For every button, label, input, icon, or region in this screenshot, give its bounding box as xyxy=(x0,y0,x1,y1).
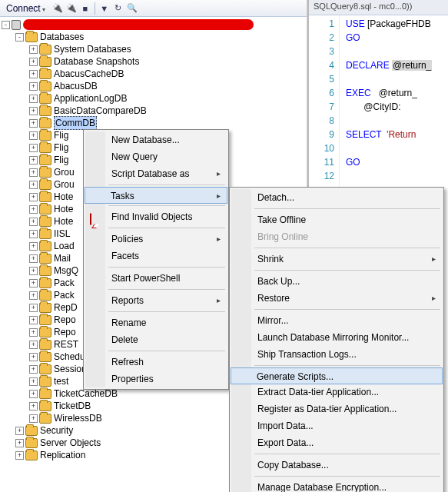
expand-collapse-icon[interactable]: + xyxy=(29,218,38,226)
database-item[interactable]: test xyxy=(54,375,68,387)
expand-collapse-icon[interactable]: + xyxy=(29,279,38,288)
expand-collapse-icon[interactable]: + xyxy=(29,230,38,238)
tree-node[interactable]: +System Databases xyxy=(2,43,307,55)
filter-icon[interactable]: ▼ xyxy=(98,2,111,15)
tree-node[interactable]: - xyxy=(2,18,307,31)
expand-collapse-icon[interactable]: + xyxy=(15,451,24,460)
expand-collapse-icon[interactable]: + xyxy=(29,82,38,91)
database-item[interactable]: Mail xyxy=(54,252,71,264)
menu-item[interactable]: Facets xyxy=(85,248,227,264)
database-item[interactable]: Grou xyxy=(54,166,75,178)
tree-node[interactable]: +BasicDataCompareDB xyxy=(2,105,307,117)
menu-item[interactable]: Detach... xyxy=(231,189,442,206)
expand-collapse-icon[interactable]: + xyxy=(29,353,38,361)
menu-item[interactable]: Script Database as xyxy=(85,165,227,182)
stop-icon[interactable]: ■ xyxy=(79,2,91,15)
tree-node[interactable]: +CommDB xyxy=(2,117,307,129)
database-item[interactable]: Session xyxy=(54,363,87,375)
expand-collapse-icon[interactable]: + xyxy=(29,58,38,66)
database-item[interactable]: BasicDataCompareDB xyxy=(54,105,147,117)
expand-collapse-icon[interactable]: + xyxy=(29,45,38,54)
expand-collapse-icon[interactable]: + xyxy=(29,107,38,115)
database-item[interactable]: Load xyxy=(54,240,75,252)
expand-collapse-icon[interactable]: + xyxy=(29,365,38,374)
menu-item[interactable]: Register as Data-tier Application... xyxy=(231,401,442,417)
database-item[interactable]: Hote xyxy=(54,203,73,215)
tree-node[interactable]: +ApplicationLogDB xyxy=(2,92,307,105)
menu-item[interactable]: Extract Data-tier Application... xyxy=(231,384,442,401)
expand-collapse-icon[interactable]: + xyxy=(29,119,38,128)
search-icon[interactable]: 🔍 xyxy=(126,2,138,15)
expand-collapse-icon[interactable]: - xyxy=(2,21,10,29)
database-item[interactable]: Hote xyxy=(54,191,73,203)
refresh-icon[interactable]: ↻ xyxy=(112,2,124,15)
expand-collapse-icon[interactable]: + xyxy=(29,402,38,411)
database-item[interactable]: WirelessDB xyxy=(54,412,102,424)
database-item[interactable]: Hote xyxy=(54,215,73,228)
expand-collapse-icon[interactable]: + xyxy=(29,242,38,251)
expand-collapse-icon[interactable]: + xyxy=(29,291,38,300)
expand-collapse-icon[interactable]: + xyxy=(29,328,38,337)
menu-item[interactable]: Find Invalid Objects xyxy=(85,208,227,225)
expand-collapse-icon[interactable]: + xyxy=(29,156,38,165)
database-item[interactable]: Pack xyxy=(54,289,75,301)
menu-item[interactable]: Launch Database Mirroring Monitor... xyxy=(231,329,442,346)
connect-icon[interactable]: 🔌 xyxy=(51,2,64,15)
menu-item[interactable]: Properties xyxy=(85,371,227,387)
database-item[interactable]: Flig xyxy=(54,154,68,166)
expand-collapse-icon[interactable]: + xyxy=(29,95,38,103)
expand-collapse-icon[interactable]: + xyxy=(29,131,38,140)
disconnect-icon[interactable]: 🔌 xyxy=(65,2,78,15)
expand-collapse-icon[interactable]: + xyxy=(29,316,38,324)
menu-item[interactable]: New Database... xyxy=(85,131,227,148)
expand-collapse-icon[interactable]: + xyxy=(29,70,38,78)
database-item[interactable]: CommDB xyxy=(54,116,97,130)
expand-collapse-icon[interactable]: + xyxy=(29,341,38,349)
database-item[interactable]: IISL xyxy=(54,228,70,240)
expand-collapse-icon[interactable]: + xyxy=(29,144,38,152)
menu-item[interactable]: Reports xyxy=(85,292,227,309)
expand-collapse-icon[interactable]: + xyxy=(29,193,38,201)
tree-node[interactable]: -Databases xyxy=(2,31,307,43)
expand-collapse-icon[interactable]: + xyxy=(29,267,38,275)
menu-item[interactable]: Take Offline xyxy=(231,211,442,228)
context-menu-database[interactable]: New Database...New QueryScript Database … xyxy=(83,129,229,390)
menu-item[interactable]: Delete xyxy=(85,331,227,348)
expand-collapse-icon[interactable]: + xyxy=(29,168,38,177)
database-item[interactable]: Flig xyxy=(54,141,68,154)
expand-collapse-icon[interactable]: + xyxy=(29,414,38,423)
expand-collapse-icon[interactable]: + xyxy=(29,205,38,214)
menu-item[interactable]: Rename xyxy=(85,314,227,331)
expand-collapse-icon[interactable]: + xyxy=(15,427,24,435)
menu-item[interactable]: Export Data... xyxy=(231,434,442,451)
menu-item[interactable]: Tasks xyxy=(85,187,227,204)
expand-collapse-icon[interactable]: - xyxy=(15,33,24,42)
menu-item[interactable]: Mirror... xyxy=(231,312,442,329)
expand-collapse-icon[interactable]: + xyxy=(15,439,24,447)
menu-item[interactable]: Copy Database... xyxy=(231,457,442,474)
expand-collapse-icon[interactable]: + xyxy=(29,390,38,398)
menu-item[interactable]: Shrink xyxy=(231,251,442,268)
expand-collapse-icon[interactable]: + xyxy=(29,377,38,386)
editor-tab[interactable]: SQLQuery8.sql - mc0...0)) xyxy=(309,0,448,15)
database-item[interactable]: Repo xyxy=(54,314,76,326)
menu-item[interactable]: Back Up... xyxy=(231,273,442,290)
menu-item[interactable]: Import Data... xyxy=(231,417,442,434)
connect-dropdown[interactable]: Connect xyxy=(2,1,50,16)
database-item[interactable]: MsgQ xyxy=(54,264,78,277)
expand-collapse-icon[interactable]: + xyxy=(29,254,38,263)
expand-collapse-icon[interactable]: + xyxy=(29,181,38,189)
database-item[interactable]: Grou xyxy=(54,178,75,191)
menu-item[interactable]: Ship Transaction Logs... xyxy=(231,346,442,363)
database-item[interactable]: ApplicationLogDB xyxy=(54,92,127,105)
tree-node[interactable]: +AbacusCacheDB xyxy=(2,68,307,80)
database-item[interactable]: TicketDB xyxy=(54,400,91,412)
expand-collapse-icon[interactable]: + xyxy=(29,304,38,312)
menu-item[interactable]: Manage Database Encryption... xyxy=(231,479,442,492)
menu-item[interactable]: Refresh xyxy=(85,354,227,371)
menu-item[interactable]: Policies xyxy=(85,231,227,248)
context-menu-tasks[interactable]: Detach...Take OfflineBring OnlineShrinkB… xyxy=(229,187,444,492)
tree-node[interactable]: +Database Snapshots xyxy=(2,55,307,68)
database-item[interactable]: Pack xyxy=(54,277,75,289)
database-item[interactable]: Flig xyxy=(54,129,68,141)
